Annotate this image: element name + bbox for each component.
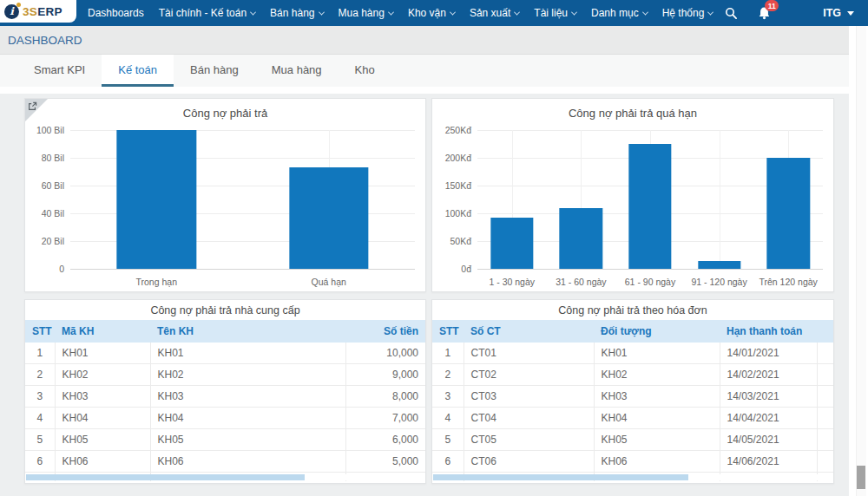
chart-card-cong-no-phai-tra: Công nợ phải trả 100 Bil80 Bil60 Bil40 B… [24, 98, 426, 292]
cell: KH02 [150, 364, 345, 386]
y-axis-tick-label: 100 Bil [36, 125, 64, 135]
cell: KH02 [55, 364, 150, 386]
logo-letter: i [10, 5, 14, 17]
caret-down-icon [847, 11, 854, 16]
nav-item-san-xuat[interactable]: Sản xuất [470, 7, 519, 19]
table-row[interactable]: 4KH04KH047,000 [25, 408, 425, 429]
cell: KH01 [150, 343, 345, 364]
table-row[interactable]: 3CT03KH0314/03/2021 [432, 386, 833, 408]
y-axis-tick-label: 250Kđ [445, 125, 471, 135]
column-header-ten-kh[interactable]: Tên KH [150, 320, 345, 343]
v-scrollbar-thumb[interactable] [857, 466, 865, 489]
cell: KH05 [594, 429, 720, 451]
tab-mua-hang[interactable]: Mua hàng [255, 55, 339, 87]
h-scrollbar-track[interactable] [26, 474, 424, 480]
open-in-new-icon[interactable] [25, 99, 48, 121]
user-menu[interactable]: ITG [823, 7, 854, 19]
cell: 1 [432, 343, 464, 364]
nav-item-label: Hệ thống [662, 7, 705, 19]
table-row[interactable]: 5CT05KH0514/05/2021 [432, 429, 833, 451]
notifications-bell-icon[interactable]: 11 [758, 6, 771, 20]
nav-item-dashboards[interactable]: Dashboards [88, 7, 144, 19]
notification-badge: 11 [765, 0, 779, 11]
bar-31-60-ngay[interactable] [560, 208, 602, 269]
column-header-so-tien[interactable]: Số tiền [345, 320, 425, 343]
cell [817, 429, 833, 451]
apps-grid-icon[interactable] [791, 7, 803, 19]
nav-item-danh-muc[interactable]: Danh mục [591, 7, 648, 19]
y-axis-tick-label: 200Kđ [445, 153, 471, 163]
cell: KH06 [150, 451, 345, 473]
nav-menu: DashboardsTài chính - Kế toánBán hàngMua… [88, 0, 713, 26]
brand-logo[interactable]: i 3SERP [0, 0, 76, 23]
nav-item-mua-hang[interactable]: Mua hàng [339, 7, 393, 19]
h-scrollbar-thumb[interactable] [26, 474, 305, 480]
nav-item-label: Dashboards [88, 7, 144, 19]
gridline-v [720, 130, 720, 269]
nav-item-tai-lieu[interactable]: Tài liệu [534, 7, 576, 19]
cell: KH05 [55, 429, 150, 451]
table-row[interactable]: 1KH01KH0110,000 [25, 343, 425, 364]
page-title: DASHBOARD [8, 34, 82, 47]
x-axis-label: Trên 120 ngày [753, 277, 823, 287]
bar-91-120-ngay[interactable] [698, 261, 740, 269]
top-navbar: i 3SERP DashboardsTài chính - Kế toánBán… [0, 0, 868, 26]
bar-61-90-ngay[interactable] [628, 144, 671, 269]
cell: 8,000 [345, 386, 425, 408]
chevron-down-icon [642, 9, 648, 15]
user-menu-label: ITG [823, 7, 841, 19]
y-axis-tick-label: 100Kđ [445, 208, 471, 219]
tab-ban-hang[interactable]: Bán hàng [174, 55, 255, 87]
bar-1-30-ngay[interactable] [490, 218, 533, 269]
column-header-stt[interactable]: STT [432, 320, 464, 343]
table-row[interactable]: 2KH02KH029,000 [25, 364, 425, 386]
table-row[interactable]: 5KH05KH056,000 [25, 429, 425, 451]
table-card-nha-cung-cap: Công nợ phải trả nhà cung cấp STTMã KHTê… [24, 299, 426, 484]
chevron-down-icon [707, 9, 713, 15]
column-header-doi-tuong[interactable]: Đối tượng [594, 320, 720, 343]
chart-body: 250Kđ200Kđ150Kđ100Kđ50Kđ0đ [439, 130, 823, 269]
category-slot [243, 130, 416, 269]
tab-smart-kpi[interactable]: Smart KPI [17, 55, 102, 87]
table-row[interactable]: 6CT06KH0614/06/2021 [432, 451, 833, 473]
tab-kho[interactable]: Kho [339, 55, 391, 87]
h-scrollbar-thumb[interactable] [433, 474, 688, 480]
table-title: Công nợ phải trả nhà cung cấp [25, 300, 425, 320]
table-row[interactable]: 1CT01KH0114/01/2021 [432, 343, 833, 364]
logo-icon: i [4, 4, 19, 19]
v-scrollbar-track[interactable] [856, 26, 866, 496]
cell [817, 386, 833, 408]
erp-dashboard-screen: i 3SERP DashboardsTài chính - Kế toánBán… [0, 0, 868, 496]
nav-item-ban-hang[interactable]: Bán hàng [270, 7, 323, 19]
table-row[interactable]: 2CT02KH0214/02/2021 [432, 364, 833, 386]
column-header-stt[interactable]: STT [25, 320, 55, 343]
column-header-ma-kh[interactable]: Mã KH [55, 320, 150, 343]
table-row[interactable]: 6KH06KH065,000 [25, 451, 425, 473]
column-header-so-ct[interactable]: Số CT [464, 320, 594, 343]
bar-trong-han[interactable] [117, 130, 196, 269]
cell: 14/03/2021 [720, 386, 817, 408]
table-row[interactable]: 3KH03KH038,000 [25, 386, 425, 408]
cell: 7,000 [345, 408, 425, 429]
cell [817, 364, 833, 386]
cell: 14/02/2021 [720, 364, 817, 386]
tab-ke-toan[interactable]: Kế toán [102, 55, 174, 87]
nav-item-tai-chinh-ke-toan[interactable]: Tài chính - Kế toán [159, 7, 255, 19]
chart-card-cong-no-qua-han: Công nợ phải trả quá hạn 250Kđ200Kđ150Kđ… [431, 98, 834, 292]
table-row[interactable]: 4CT04KH0414/04/2021 [432, 408, 833, 429]
column-header-han-thanh-toan[interactable]: Hạn thanh toán [720, 320, 817, 343]
bar-tren-120-ngay[interactable] [767, 158, 810, 269]
bar-qua-han[interactable] [289, 167, 368, 269]
chevron-down-icon [450, 9, 456, 15]
cell: CT05 [464, 429, 594, 451]
cell: KH01 [55, 343, 150, 364]
h-scrollbar-track[interactable] [433, 474, 832, 480]
x-axis-label: Trong hạn [70, 277, 243, 287]
nav-item-kho-van[interactable]: Kho vận [408, 7, 455, 19]
chart-title: Công nợ phải trả [25, 99, 425, 114]
nav-item-he-thong[interactable]: Hệ thống [662, 7, 713, 19]
nav-item-label: Danh mục [591, 7, 639, 19]
chart-body: 100 Bil80 Bil60 Bil40 Bil20 Bil0 [32, 130, 415, 269]
search-icon[interactable] [725, 7, 738, 20]
plot [477, 130, 823, 269]
